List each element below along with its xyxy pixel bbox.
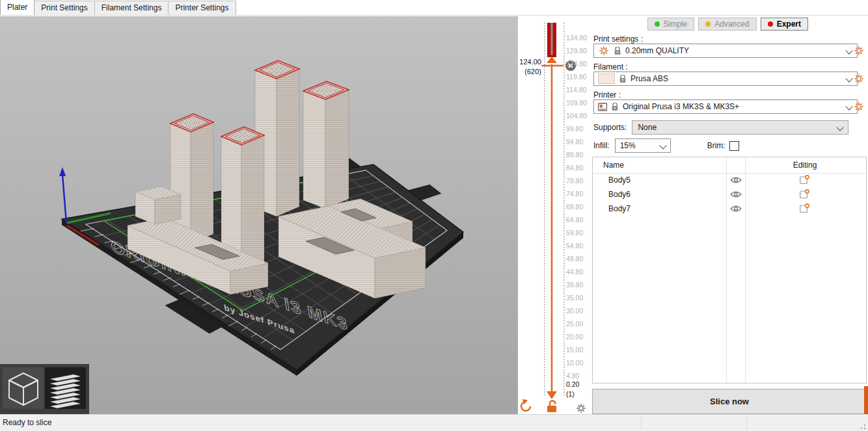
mode-advanced-label: Advanced [714,20,749,29]
view-3d-editor-button[interactable] [3,367,44,409]
layer-tick-label: 84.80 [566,164,590,172]
layer-tick-label: 44.80 [566,268,590,276]
chevron-down-icon [845,75,852,82]
window-edge-artifact [864,386,868,414]
mode-expert-button[interactable]: Expert [761,18,808,31]
lock-icon [612,103,618,111]
print-settings-value: 0.20mm QUALITY [625,46,689,55]
chevron-down-icon [659,142,666,149]
brim-label: Brim: [707,141,726,150]
print-settings-label: Print settings : [593,34,643,44]
small-cube-object [135,187,181,224]
slice-now-button[interactable]: Slice now [592,389,867,414]
slider-bottom-layer: (1) [566,390,575,398]
tab-print-settings[interactable]: Print Settings [34,1,94,15]
slider-current-layer: (620) [518,68,541,75]
layer-tick-label: 99.80 [566,125,590,133]
layer-tick-label: 15.00 [566,346,590,354]
settings-panel: Simple Advanced Expert Print settings : … [591,16,868,414]
table-row[interactable]: Body7 [593,202,866,216]
infill-label: Infill: [593,141,610,150]
chevron-down-icon [845,47,852,54]
object-name: Body6 [608,190,631,199]
status-text: Ready to slice [3,418,51,427]
object-rows: Body5Body6Body7 [593,174,866,216]
mode-expert-label: Expert [777,20,801,29]
layer-tick-label: 35.00 [566,294,590,302]
mode-simple-button[interactable]: Simple [647,18,695,31]
layer-tick-label: 20.00 [566,333,590,341]
column-editing: Editing [745,157,865,173]
brim-checkbox[interactable] [729,141,739,151]
infill-combo[interactable]: 15% [615,138,671,153]
filament-combo[interactable]: Prusa ABS [593,72,858,86]
slider-undo-icon[interactable] [521,399,530,411]
layer-tick-label: 79.80 [566,177,590,185]
lock-icon [619,75,626,83]
slider-settings-gear-icon[interactable] [577,404,585,412]
scene-canvas[interactable]: ORIGINAL PRUSA i3 MK3by Josef Prusa [0,16,518,414]
table-row[interactable]: Body6 [593,188,866,202]
layer-tick-label: 59.80 [566,229,590,237]
layer-tick-label: 109.80 [566,99,590,107]
view-mode-buttons [0,364,89,414]
mode-advanced-button[interactable]: Advanced [698,18,756,31]
edit-object-icon[interactable] [800,175,810,185]
filament-color-swatch [598,73,615,84]
filament-gear-button[interactable] [852,72,865,85]
slider-current-value: 124.00 [518,58,541,66]
print-settings-combo[interactable]: 0.20mm QUALITY [593,44,858,58]
layer-tick-label: 94.80 [566,138,590,146]
resize-grip[interactable] [858,422,866,430]
viewport-3d[interactable]: ORIGINAL PRUSA i3 MK3by Josef Prusa [0,16,519,414]
layer-tick-label: 30.00 [566,307,590,315]
print-settings-gear-button[interactable] [852,44,865,57]
expert-dot-icon [768,21,773,27]
tab-bar: Plater Print Settings Filament Settings … [0,0,868,16]
printer-gear-button[interactable] [852,100,865,113]
eye-visibility-icon[interactable] [730,176,742,185]
object-table-header: Name Editing [593,157,866,174]
edit-object-icon[interactable] [800,189,810,200]
eye-visibility-icon[interactable] [730,190,742,199]
tab-filament-settings[interactable]: Filament Settings [94,1,169,15]
eye-visibility-icon[interactable] [730,204,742,213]
layer-tick-label: 129.80 [566,47,590,55]
layer-tick-label: 25.00 [566,320,590,328]
tab-plater[interactable]: Plater [0,0,34,15]
layer-tick-label: 89.80 [566,151,590,159]
filament-label: Filament : [593,62,628,72]
layer-tick-label: 104.80 [566,112,590,120]
status-bar: Ready to slice [0,414,868,431]
slider-one-layer-lock-icon[interactable] [547,400,556,412]
table-row[interactable]: Body5 [593,174,866,188]
lock-icon [614,47,621,55]
advanced-dot-icon [705,21,711,27]
layer-tick-label: 114.80 [566,86,590,94]
layer-slider-panel: 124.00 (620) 134.80129.80124.80119.80114… [518,16,591,414]
mode-switcher: Simple Advanced Expert [647,18,808,31]
printer-value: Original Prusa i3 MK3S & MK3S+ [623,102,739,111]
edit-object-icon[interactable] [800,203,810,214]
infill-value: 15% [620,141,636,150]
column-name: Name [603,157,624,173]
layer-tick-label: 74.80 [566,190,590,198]
profile-gear-icon [598,45,610,57]
mode-simple-label: Simple [664,20,688,29]
view-layers-preview-button[interactable] [45,367,86,409]
layer-tick-label: 134.80 [566,34,590,42]
tab-printer-settings[interactable]: Printer Settings [168,1,236,15]
layer-tick-label: 10.00 [566,359,590,367]
object-name: Body7 [608,204,631,213]
layer-tick-label: 4.80 [566,372,590,380]
chevron-down-icon [845,103,852,110]
printer-combo[interactable]: Original Prusa i3 MK3S & MK3S+ [593,99,858,114]
layer-tick-label: 39.80 [566,281,590,289]
slider-lower-handle[interactable] [547,391,557,399]
filament-value: Prusa ABS [631,74,668,83]
object-table: Name Editing Body5Body6Body7 [592,157,867,384]
supports-combo[interactable]: None [632,120,848,135]
layer-tick-label: 64.80 [566,216,590,224]
layer-tick-label: 119.80 [566,73,590,81]
status-separator [746,417,747,430]
